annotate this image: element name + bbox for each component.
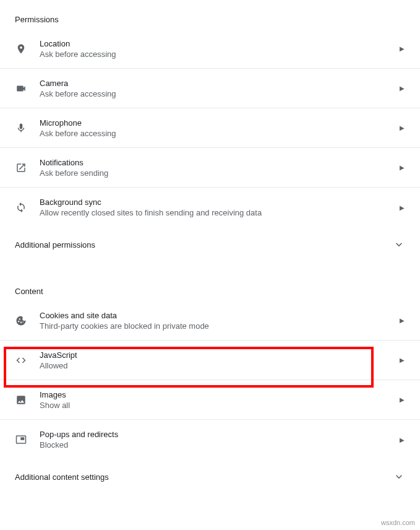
microphone-subtitle: Ask before accessing: [40, 129, 399, 138]
additional-permissions-row[interactable]: Additional permissions: [0, 227, 420, 262]
chevron-right-icon: ▶: [399, 164, 405, 171]
camera-row[interactable]: Camera Ask before accessing ▶: [0, 69, 420, 108]
background-sync-row[interactable]: Background sync Allow recently closed si…: [0, 188, 420, 227]
location-subtitle: Ask before accessing: [40, 50, 399, 59]
cookie-icon: [15, 315, 27, 327]
notifications-title: Notifications: [40, 158, 399, 167]
background-sync-title: Background sync: [40, 198, 399, 207]
sync-icon: [15, 201, 27, 214]
notifications-row[interactable]: Notifications Ask before sending ▶: [0, 148, 420, 188]
additional-permissions-label: Additional permissions: [15, 240, 95, 250]
location-row[interactable]: Location Ask before accessing ▶: [0, 29, 420, 69]
microphone-row[interactable]: Microphone Ask before accessing ▶: [0, 108, 420, 148]
camera-icon: [15, 82, 27, 95]
chevron-down-icon: [393, 238, 405, 251]
permissions-header: Permissions: [0, 0, 420, 29]
javascript-title: JavaScript: [40, 350, 399, 360]
additional-content-row[interactable]: Additional content settings: [0, 459, 420, 494]
additional-content-label: Additional content settings: [15, 472, 109, 482]
popup-icon: [15, 433, 27, 446]
chevron-right-icon: ▶: [399, 357, 405, 363]
cookies-row[interactable]: Cookies and site data Third-party cookie…: [0, 301, 420, 341]
content-header: Content: [0, 272, 420, 301]
images-subtitle: Show all: [40, 401, 399, 410]
images-title: Images: [40, 390, 399, 399]
image-icon: [15, 394, 27, 406]
watermark: wsxdn.com: [381, 519, 415, 526]
notifications-subtitle: Ask before sending: [40, 168, 399, 178]
chevron-right-icon: ▶: [399, 204, 405, 211]
camera-title: Camera: [40, 79, 399, 88]
chevron-right-icon: ▶: [399, 45, 405, 52]
images-row[interactable]: Images Show all ▶: [0, 380, 420, 420]
background-sync-subtitle: Allow recently closed sites to finish se…: [40, 208, 399, 217]
javascript-row[interactable]: JavaScript Allowed ▶: [0, 341, 420, 380]
chevron-down-icon: [393, 471, 405, 483]
javascript-subtitle: Allowed: [40, 361, 399, 370]
microphone-icon: [15, 122, 27, 134]
cookies-title: Cookies and site data: [40, 311, 399, 320]
popups-subtitle: Blocked: [40, 440, 399, 450]
microphone-title: Microphone: [40, 118, 399, 128]
code-icon: [15, 354, 27, 367]
cookies-subtitle: Third-party cookies are blocked in priva…: [40, 321, 399, 331]
chevron-right-icon: ▶: [399, 85, 405, 92]
notifications-icon: [15, 162, 27, 174]
popups-row[interactable]: Pop-ups and redirects Blocked ▶: [0, 420, 420, 459]
chevron-right-icon: ▶: [399, 124, 405, 131]
location-title: Location: [40, 39, 399, 48]
location-icon: [15, 43, 27, 55]
chevron-right-icon: ▶: [399, 317, 405, 324]
camera-subtitle: Ask before accessing: [40, 89, 399, 98]
popups-title: Pop-ups and redirects: [40, 430, 399, 439]
chevron-right-icon: ▶: [399, 396, 405, 403]
chevron-right-icon: ▶: [399, 437, 405, 443]
